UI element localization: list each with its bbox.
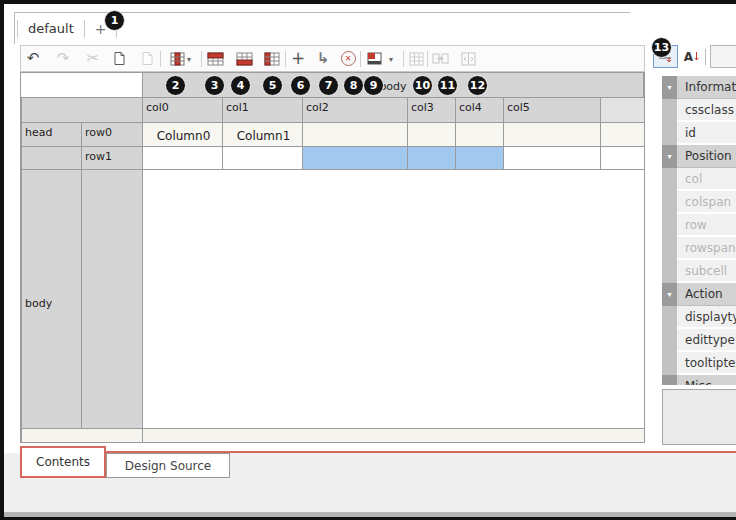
insert-column-icon[interactable] (260, 47, 284, 70)
merge-cells-icon (428, 47, 452, 70)
property-group-position[interactable]: ▾Position (662, 145, 736, 168)
show-grid-icon (404, 47, 428, 70)
annotation-badge-13: 13 (651, 37, 672, 58)
tab-default[interactable]: default (28, 21, 74, 36)
sort-alphabetical-icon[interactable]: A (682, 46, 702, 67)
properties-detail-box (662, 389, 736, 445)
annotation-badge-5: 5 (262, 75, 283, 96)
annotation-badge-8: 8 (343, 75, 364, 96)
copy-icon[interactable] (107, 47, 131, 70)
property-row-cssclass[interactable]: cssclass (662, 99, 736, 122)
table-footer-left (21, 428, 151, 443)
editor-toolbar: ↶ ↷ ✂ ▾ + ↳ ✕ ▾ (20, 45, 645, 72)
annotation-badge-11: 11 (437, 75, 458, 96)
table-cell-row0-col1[interactable]: Column1 (222, 122, 305, 149)
select-column-icon[interactable] (165, 47, 189, 70)
toolbar-separator (201, 51, 202, 67)
properties-extra-icon[interactable] (710, 45, 736, 68)
property-group-action[interactable]: ▾Action (662, 283, 736, 306)
section-label-body[interactable]: body (21, 169, 90, 437)
annotation-badge-1: 1 (104, 10, 125, 31)
window-border-left (0, 0, 4, 520)
body-row-label-column[interactable] (81, 169, 151, 437)
toolbar-separator (160, 51, 161, 67)
chevron-down-icon[interactable]: ▾ (662, 145, 677, 168)
tab-separator (84, 20, 85, 38)
body-data-area[interactable] (142, 169, 645, 437)
annotation-badge-4: 4 (230, 75, 251, 96)
annotation-badge-9: 9 (363, 75, 384, 96)
add-cell-icon[interactable]: + (286, 47, 310, 70)
cell-format-icon[interactable] (362, 47, 386, 70)
annotation-badge-2: 2 (165, 75, 186, 96)
tab-contents[interactable]: Contents (20, 446, 106, 478)
select-column-dropdown-icon[interactable]: ▾ (187, 55, 191, 64)
window-border-top (0, 0, 736, 4)
table-editor-canvas: body col0 col1 col2 col3 col4 col5 head … (20, 72, 645, 443)
table-cell-row0-col0[interactable]: Column0 (142, 122, 225, 149)
property-row-tooltiptext[interactable]: tooltiptext (662, 352, 736, 375)
annotation-badge-6: 6 (290, 75, 311, 96)
annotation-badge-7: 7 (318, 75, 339, 96)
property-row-subcell: subcell (662, 260, 736, 283)
property-row-edittype[interactable]: edittype (662, 329, 736, 352)
delete-cell-icon[interactable]: ✕ (336, 47, 360, 70)
redo-icon: ↷ (51, 47, 75, 70)
property-row-rowspan: rowspan (662, 237, 736, 260)
toolbar-separator (705, 49, 706, 65)
property-row-colspan: colspan (662, 191, 736, 214)
insert-row-above-icon[interactable] (203, 47, 227, 70)
cut-icon: ✂ (81, 47, 105, 70)
property-row-row: row (662, 214, 736, 237)
split-cells-icon (456, 47, 480, 70)
chevron-down-icon[interactable]: ▾ (662, 375, 677, 385)
move-cell-icon[interactable]: ↳ (311, 47, 335, 70)
insert-row-below-icon[interactable] (232, 47, 256, 70)
properties-list: ▾Information cssclass id ▾Position col c… (662, 76, 736, 385)
annotation-badge-3: 3 (204, 75, 225, 96)
tab-design-source[interactable]: Design Source (106, 453, 230, 478)
chevron-down-icon[interactable]: ▾ (662, 283, 677, 306)
annotation-badge-12: 12 (467, 75, 488, 96)
property-group-information[interactable]: ▾Information (662, 76, 736, 99)
undo-icon[interactable]: ↶ (21, 47, 45, 70)
paste-icon (135, 47, 159, 70)
property-row-col: col (662, 168, 736, 191)
property-row-id[interactable]: id (662, 122, 736, 145)
active-tab-accent-line (104, 451, 736, 453)
property-group-misc[interactable]: ▾Misc (662, 375, 736, 385)
tab-separator (17, 20, 18, 38)
toolbar-separator (360, 51, 361, 67)
property-row-displaytype[interactable]: displaytype (662, 306, 736, 329)
table-footer-right (142, 428, 645, 443)
cell-format-dropdown-icon[interactable]: ▾ (389, 55, 393, 64)
chevron-down-icon[interactable]: ▾ (662, 76, 677, 99)
annotation-badge-10: 10 (412, 75, 433, 96)
